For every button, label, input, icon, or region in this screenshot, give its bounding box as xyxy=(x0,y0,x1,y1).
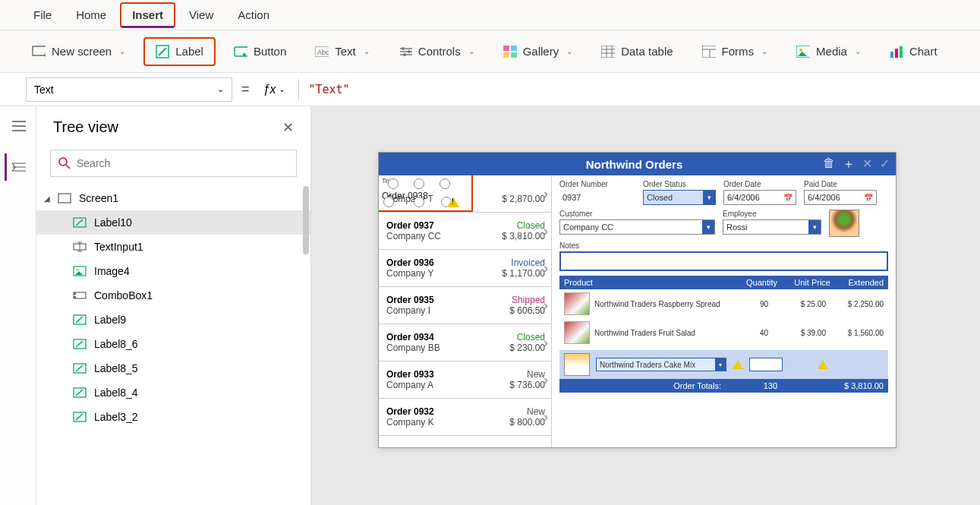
control-icon xyxy=(73,241,87,252)
hamburger-icon[interactable] xyxy=(5,112,32,140)
chevron-down-icon: ▾ xyxy=(715,358,726,371)
product-thumb xyxy=(564,292,590,315)
notes-label: Notes xyxy=(559,241,888,250)
forms-button[interactable]: Forms ⌄ xyxy=(692,39,779,65)
label-button[interactable]: Label xyxy=(143,37,216,66)
tree-root[interactable]: ◢ Screen1 xyxy=(36,186,310,210)
tree-item-label8_4[interactable]: Label8_4 xyxy=(36,380,310,405)
ribbon: + New screen ⌄ Label Button Abc Text ⌄ C… xyxy=(0,30,980,73)
add-product-row: Northwind Traders Cake Mix▾ xyxy=(559,350,888,379)
chevron-down-icon: ⌄ xyxy=(566,47,572,55)
plus-icon[interactable]: ＋ xyxy=(843,156,855,172)
text-button[interactable]: Abc Text ⌄ xyxy=(304,39,380,65)
paid-date-input[interactable]: 6/4/2006📅 xyxy=(804,190,877,205)
product-select[interactable]: Northwind Traders Cake Mix▾ xyxy=(596,358,726,371)
calendar-icon: 📅 xyxy=(864,194,873,202)
scrollbar[interactable] xyxy=(303,186,309,254)
order-row[interactable]: Order 0932NewCompany K$ 800.00› xyxy=(379,399,551,436)
order-list: Text Order 0938 Order 0938InvoicedCompan… xyxy=(379,175,552,447)
order-row[interactable]: Order 0938InvoicedCompany T$ 2,870.00› xyxy=(379,175,551,213)
notes-input[interactable] xyxy=(559,251,888,271)
tree-view-icon[interactable] xyxy=(5,153,32,181)
trash-icon[interactable]: 🗑 xyxy=(823,156,835,172)
button-button[interactable]: Button xyxy=(223,39,297,65)
chart-button[interactable]: Chart xyxy=(879,39,948,65)
search-icon xyxy=(58,157,71,169)
order-date-input[interactable]: 6/4/2006📅 xyxy=(723,190,796,205)
tree-item-label10[interactable]: Label10 xyxy=(36,210,310,235)
qty-input[interactable] xyxy=(749,358,783,371)
product-name: Northwind Traders Raspberry Spread xyxy=(594,300,723,308)
property-name: Text xyxy=(34,84,54,96)
tree-item-combobox1[interactable]: ComboBox1 xyxy=(36,283,310,308)
button-button-label: Button xyxy=(254,45,286,58)
tree-item-label8_6[interactable]: Label8_6 xyxy=(36,332,310,356)
tree-item-label: Label10 xyxy=(94,216,132,229)
property-selector[interactable]: Text ⌄ xyxy=(26,77,232,102)
chevron-right-icon: › xyxy=(544,223,548,239)
order-row[interactable]: Order 0933NewCompany A$ 736.00› xyxy=(379,361,551,399)
new-screen-label: New screen xyxy=(52,45,112,58)
chevron-right-icon: › xyxy=(544,409,548,425)
customer-select[interactable]: Company CC▾ xyxy=(559,219,715,235)
check-icon[interactable]: ✓ xyxy=(880,156,890,172)
tree-title: Tree view xyxy=(53,118,118,136)
tree-item-label: ComboBox1 xyxy=(94,289,153,301)
product-ext: $ 2,250.00 xyxy=(830,300,884,308)
chart-icon xyxy=(890,45,903,58)
order-row[interactable]: Order 0936InvoicedCompany Y$ 1,170.00› xyxy=(379,250,551,287)
svg-rect-15 xyxy=(702,46,716,58)
order-row[interactable]: Order 0935ShippedCompany I$ 606.50› xyxy=(379,287,551,324)
media-button[interactable]: Media ⌄ xyxy=(786,39,871,65)
tree-search[interactable] xyxy=(50,150,297,177)
tree-item-label3_2[interactable]: Label3_2 xyxy=(36,405,310,429)
menu-tab-insert[interactable]: Insert xyxy=(120,2,175,28)
fx-button[interactable]: ƒx⌄ xyxy=(259,83,290,96)
canvas: Northwind Orders 🗑 ＋ ✕ ✓ Text Order 0938… xyxy=(311,106,980,505)
order-status-label: Order Status xyxy=(643,180,716,188)
text-button-label: Text xyxy=(335,45,356,58)
svg-rect-20 xyxy=(900,46,903,58)
menu-tab-view[interactable]: View xyxy=(178,4,224,26)
menu-tab-home[interactable]: Home xyxy=(65,4,117,26)
equals-sign: = xyxy=(241,81,250,97)
chevron-down-icon: ⌄ xyxy=(119,47,125,55)
tree-item-textinput1[interactable]: TextInput1 xyxy=(36,235,310,259)
product-thumb xyxy=(564,353,590,376)
tree-item-label: Image4 xyxy=(94,265,130,277)
formula-input[interactable]: "Text" xyxy=(298,79,954,100)
warning-icon xyxy=(818,360,828,369)
order-number-value: 0937 xyxy=(559,190,635,205)
svg-rect-29 xyxy=(74,296,76,298)
menu-tab-action[interactable]: Action xyxy=(227,4,280,26)
media-icon xyxy=(796,45,810,58)
avatar xyxy=(829,210,859,237)
gallery-button[interactable]: Gallery ⌄ xyxy=(493,39,584,65)
data-table-button[interactable]: Data table xyxy=(591,39,683,65)
close-icon[interactable]: ✕ xyxy=(282,119,294,136)
tree-item-image4[interactable]: Image4 xyxy=(36,259,310,283)
chevron-down-icon: ⌄ xyxy=(364,47,370,55)
totals-ext: $ 3,810.00 xyxy=(830,381,884,390)
controls-button[interactable]: Controls ⌄ xyxy=(388,39,485,65)
tree-root-label: Screen1 xyxy=(79,192,118,204)
cancel-icon[interactable]: ✕ xyxy=(862,156,872,172)
tree-item-label: Label8_4 xyxy=(94,387,138,399)
new-screen-button[interactable]: + New screen ⌄ xyxy=(21,39,136,65)
search-input[interactable] xyxy=(77,157,288,169)
tree-item-label9[interactable]: Label9 xyxy=(36,308,310,332)
order-status-select[interactable]: Closed▾ xyxy=(643,190,716,205)
chevron-down-icon: ▾ xyxy=(702,220,714,234)
col-product: Product xyxy=(564,278,732,287)
order-row[interactable]: Order 0934ClosedCompany BB$ 230.00› xyxy=(379,324,551,361)
product-thumb xyxy=(564,321,590,344)
menu-tab-file[interactable]: File xyxy=(23,4,62,26)
product-row: Northwind Traders Fruit Salad40$ 39.00$ … xyxy=(559,318,888,347)
left-rail xyxy=(0,106,36,505)
tree-item-label: TextInput1 xyxy=(94,241,143,253)
order-date-label: Order Date xyxy=(723,180,796,188)
order-row[interactable]: Order 0937ClosedCompany CC$ 3,810.00› xyxy=(379,213,551,250)
employee-select[interactable]: Rossi▾ xyxy=(723,219,821,235)
product-row: Northwind Traders Raspberry Spread90$ 25… xyxy=(559,289,888,318)
tree-item-label8_5[interactable]: Label8_5 xyxy=(36,356,310,380)
